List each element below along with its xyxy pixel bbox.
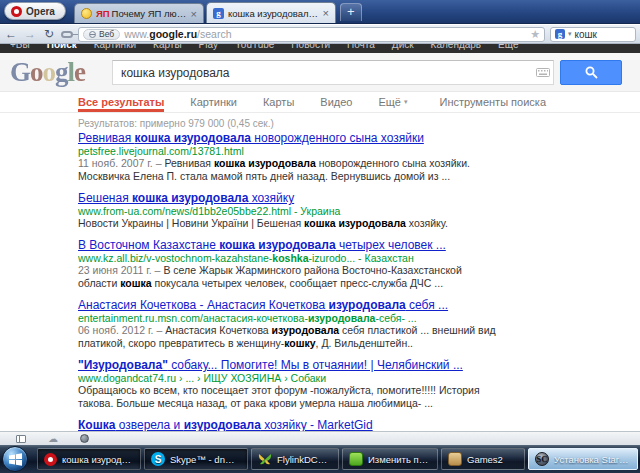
- back-icon[interactable]: ←: [4, 28, 18, 40]
- result-title[interactable]: Ревнивая кошка изуродовала новорожденног…: [78, 131, 498, 145]
- result-snippet: 11 нояб. 2007 г. – Ревнивая кошка изурод…: [78, 157, 498, 183]
- close-tab-icon[interactable]: ×: [190, 9, 196, 19]
- result-snippet: 06 нояб. 2012 г. – Анастасия Кочеткова и…: [78, 324, 498, 350]
- search-button[interactable]: [560, 60, 622, 85]
- result-title[interactable]: Кошка озверела и изуродовала хозяйку - M…: [78, 418, 498, 432]
- quick-search-field[interactable]: g ▾ кошк: [550, 27, 636, 42]
- forward-icon[interactable]: →: [23, 28, 37, 40]
- opera-menu-label: Opera: [26, 6, 55, 17]
- taskbar-button-flylinkdc[interactable]: FlylinkDC++ r501 ...: [251, 448, 339, 470]
- result-title[interactable]: "Изуродовала" собаку... Помогите! Мы в о…: [78, 358, 498, 372]
- tab-more[interactable]: Ещё▾: [378, 92, 407, 112]
- tab-video[interactable]: Видео: [320, 92, 352, 112]
- quick-search-text: кошк: [575, 29, 597, 40]
- results-list: Ревнивая кошка изуродовала новорожденног…: [78, 131, 498, 452]
- game-box-icon: [448, 452, 462, 466]
- result-title[interactable]: В Восточном Казахстане кошка изуродовала…: [78, 238, 498, 252]
- chevron-down-icon[interactable]: ▾: [568, 30, 572, 38]
- result-url: petsfree.livejournal.com/13781.html: [78, 145, 498, 157]
- search-input[interactable]: [112, 60, 554, 85]
- nav-calendar[interactable]: Календарь: [431, 44, 481, 52]
- taskbar-button-games2[interactable]: Games2: [441, 448, 525, 470]
- bookmark-star-icon[interactable]: ★: [530, 29, 540, 40]
- keyboard-icon[interactable]: [536, 68, 550, 77]
- power-settings-icon: [349, 452, 363, 466]
- key-icon[interactable]: [61, 31, 73, 38]
- browser-toolbar: ← → ↻ Веб www.google.ru/search ★ g ▾ кош…: [0, 25, 640, 44]
- opera-menu-button[interactable]: Opera: [4, 2, 66, 20]
- result-stats: Результатов: примерно 979 000 (0,45 сек.…: [78, 118, 274, 129]
- chevron-down-icon: ▾: [404, 98, 408, 106]
- result-url: entertainment.ru.msn.com/анастасия-кочет…: [78, 312, 498, 324]
- tab-images[interactable]: Картинки: [190, 92, 237, 112]
- yaplakal-favicon-icon: [81, 8, 92, 19]
- nav-youtube[interactable]: YouTube: [235, 44, 274, 52]
- nav-news[interactable]: Новости: [291, 44, 330, 52]
- opera-icon: [44, 453, 57, 466]
- nav-mail[interactable]: Почта: [347, 44, 375, 52]
- tab-all-results[interactable]: Все результаты: [78, 92, 164, 112]
- nav-drive[interactable]: Диск: [392, 44, 414, 52]
- close-tab-icon[interactable]: ×: [322, 8, 328, 18]
- opera-status-bar: ☁: [0, 431, 640, 445]
- google-favicon-icon: g: [555, 29, 565, 39]
- start-button[interactable]: [2, 446, 28, 472]
- nav-more[interactable]: Ещё: [498, 44, 518, 52]
- opera-turbo-icon[interactable]: [80, 434, 89, 443]
- starcraft-icon: SC: [535, 452, 549, 466]
- taskbar-button-settings[interactable]: Изменить парам...: [342, 448, 438, 470]
- search-icon: [585, 66, 598, 79]
- taskbar-button-skype[interactable]: S Skype™ - dnmeks: [144, 448, 248, 470]
- tab-title-text: кошка изуродовала - ...: [228, 8, 319, 19]
- url-text: www.google.ru/search: [124, 28, 526, 40]
- tab-title-prefix: ЯП: [96, 8, 110, 19]
- address-bar[interactable]: Веб www.google.ru/search ★: [78, 27, 545, 42]
- search-result: Ревнивая кошка изуродовала новорожденног…: [78, 131, 498, 183]
- browser-tab-google-active[interactable]: g кошка изуродовала - ... ×: [206, 2, 336, 23]
- butterfly-icon: [258, 452, 272, 466]
- result-snippet: Обращаюсь ко всем, кто посещает этот фор…: [78, 384, 498, 410]
- result-snippet: Новости Украины | Новини України | Бешен…: [78, 217, 498, 230]
- result-url: www.kz.all.biz/v-vostochnom-kazahstane-k…: [78, 252, 498, 264]
- new-tab-button[interactable]: +: [340, 3, 362, 21]
- globe-icon: [89, 31, 96, 38]
- nav-maps[interactable]: Карты: [153, 44, 182, 52]
- google-logo: Google: [10, 57, 85, 88]
- address-badge-label: Веб: [99, 29, 114, 39]
- taskbar-button-opera[interactable]: кошка изуродов...: [37, 448, 141, 470]
- reload-icon[interactable]: ↻: [42, 28, 56, 40]
- search-result: "Изуродовала" собаку... Помогите! Мы в о…: [78, 358, 498, 410]
- search-header: Google: [0, 53, 640, 92]
- tab-maps[interactable]: Карты: [263, 92, 294, 112]
- result-title[interactable]: Бешеная кошка изуродовала хозяйку: [78, 191, 498, 205]
- result-mode-tabs: Все результаты Картинки Карты Видео Ещё▾…: [0, 92, 640, 113]
- browser-tab-yaplakal[interactable]: ЯППочему ЯП любит кот... ×: [74, 3, 204, 23]
- tab-search-tools[interactable]: Инструменты поиска: [439, 92, 546, 112]
- result-title[interactable]: Анастасия Кочеткова - Анастасия Кочетков…: [78, 298, 498, 312]
- window-titlebar: Opera ЯППочему ЯП любит кот... × g кошка…: [0, 0, 640, 24]
- result-url: www.from-ua.com/news/d1bb2e05bbe22.html …: [78, 205, 498, 217]
- result-url: www.dogandcat74.ru › ... › ИЩУ ХОЗЯИНА ›…: [78, 372, 498, 384]
- google-black-bar: +Вы Поиск Картинки Карты Play YouTube Но…: [0, 44, 640, 53]
- tab-title-text: Почему ЯП любит кот...: [112, 8, 187, 19]
- search-result: Бешеная кошка изуродовала хозяйку www.fr…: [78, 191, 498, 230]
- search-result: В Восточном Казахстане кошка изуродовала…: [78, 238, 498, 290]
- panel-toggle-icon[interactable]: [16, 435, 26, 443]
- opera-link-cloud-icon[interactable]: ☁: [48, 434, 58, 444]
- search-result: Анастасия Кочеткова - Анастасия Кочетков…: [78, 298, 498, 350]
- nav-plus-you[interactable]: +Вы: [10, 44, 30, 52]
- nav-play[interactable]: Play: [199, 44, 218, 52]
- taskbar-button-starcraft-setup[interactable]: SC Установка StarCr...: [528, 448, 638, 470]
- windows-flag-icon: [9, 453, 22, 466]
- windows-taskbar: кошка изуродов... S Skype™ - dnmeks Flyl…: [0, 445, 640, 473]
- google-favicon-icon: g: [213, 8, 224, 19]
- nav-search[interactable]: Поиск: [47, 44, 77, 52]
- opera-logo-icon: [11, 6, 22, 17]
- nav-images[interactable]: Картинки: [94, 44, 136, 52]
- skype-icon: S: [151, 452, 165, 466]
- result-snippet: 23 июня 2011 г. – В селе Жарык Жарминско…: [78, 264, 498, 290]
